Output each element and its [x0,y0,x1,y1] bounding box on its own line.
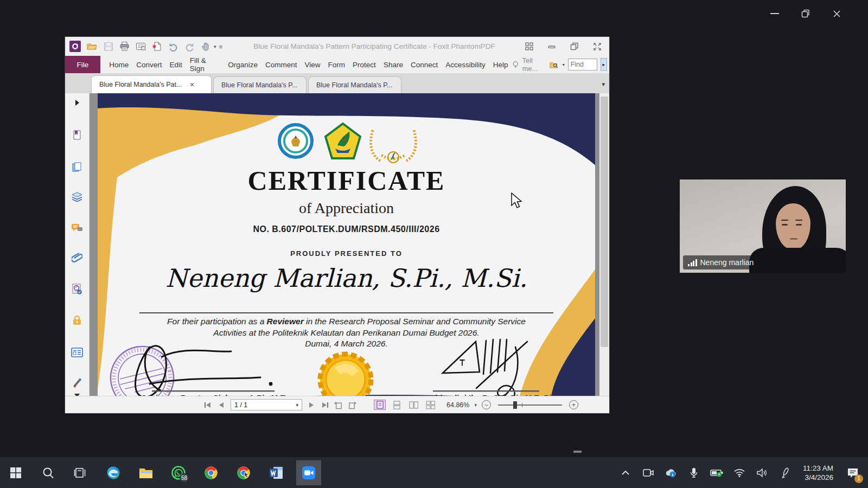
zoom-caret-icon[interactable]: ▾ [474,402,477,408]
create-pdf-icon[interactable] [152,41,162,52]
tab-document-2[interactable]: Blue Floral Mandala's P... [213,76,307,93]
find-next-button[interactable]: ▸ [601,58,607,71]
file-explorer-taskbar-icon[interactable] [133,460,158,485]
menu-comment[interactable]: Comment [261,61,301,69]
menu-edit[interactable]: Edit [166,61,186,69]
menu-share[interactable]: Share [380,61,407,69]
zoom-taskbar-icon[interactable] [296,460,321,485]
facial-feature [781,220,788,221]
expand-panel-icon[interactable] [71,97,83,108]
participant-video-tile[interactable]: Neneng marlian [680,179,846,273]
meet-now-camera-icon[interactable] [638,460,659,485]
save-icon[interactable] [103,41,113,52]
hidden-icons-chevron[interactable] [615,460,636,485]
chrome-2-taskbar-icon[interactable] [231,460,256,485]
certificate-page[interactable]: CERTIFICATE of Appreciation NO. B.607/PO… [98,93,595,396]
search-caret-icon[interactable]: ▾ [563,62,565,67]
zoom-out-button[interactable]: − [482,400,491,409]
zoom-slider-handle[interactable] [513,401,517,409]
chrome-taskbar-icon[interactable] [199,460,224,485]
foxit-fullscreen-icon[interactable] [593,42,602,51]
zoom-percent[interactable]: 64.86% [446,401,469,409]
tab-close-icon[interactable]: ✕ [189,81,194,88]
tab-document-1[interactable]: Blue Floral Mandala's Pat... ✕ [91,75,212,93]
system-tray: 11:23 AM 3/4/2026 1 [615,460,868,485]
tell-me-label[interactable]: Tell me... [522,56,546,73]
first-page-button[interactable] [203,401,212,409]
task-view-button[interactable] [67,460,92,485]
vertical-scrollbar[interactable] [599,93,609,396]
whatsapp-taskbar-icon[interactable]: 58 [166,460,191,485]
menu-home[interactable]: Home [105,61,132,69]
menu-accessibility[interactable]: Accessibility [442,61,489,69]
menu-connect[interactable]: Connect [407,61,442,69]
menu-fill-sign[interactable]: Fill & Sign [186,56,224,73]
menu-form[interactable]: Form [324,61,349,69]
ribbon-layout-icon[interactable] [525,42,533,50]
digital-signatures-panel-icon[interactable] [71,283,83,295]
menu-file[interactable]: File [65,56,100,73]
tab-document-3[interactable]: Blue Floral Mandala's P... [308,76,401,93]
search-button[interactable] [36,460,61,485]
page-number-box[interactable]: 1 / 1 ▾ [231,399,302,410]
pen-icon[interactable] [775,460,795,485]
continuous-view-button[interactable] [391,400,403,410]
microphone-icon[interactable] [684,460,704,485]
bookmarks-panel-icon[interactable] [71,129,83,141]
rotate-left-button[interactable] [334,401,343,409]
facing-view-button[interactable] [407,400,419,410]
redo-icon[interactable] [184,41,195,52]
action-center-button[interactable]: 1 [841,460,865,485]
menu-help[interactable]: Help [489,61,512,69]
layers-panel-icon[interactable] [71,191,83,203]
onedrive-icon[interactable] [661,460,681,485]
previous-page-button[interactable] [217,401,226,409]
wifi-icon[interactable] [729,460,750,485]
scrollbar-thumb[interactable] [601,97,608,347]
security-panel-icon[interactable] [71,314,83,326]
open-folder-icon[interactable] [87,41,97,52]
comments-panel-icon[interactable] [71,222,83,234]
single-page-view-button[interactable] [374,400,386,410]
menu-convert[interactable]: Convert [132,61,165,69]
foxit-app-icon[interactable] [69,41,81,52]
form-fields-panel-icon[interactable] [71,346,83,358]
undo-icon[interactable] [168,41,178,52]
last-page-button[interactable] [321,401,329,409]
minimize-button[interactable] [767,8,782,20]
facial-feature [796,224,802,226]
print-icon[interactable] [119,41,130,52]
hand-tool-icon[interactable] [201,41,211,52]
page-box-caret-icon[interactable]: ▾ [296,402,298,408]
collapse-panel-icon[interactable] [71,389,83,396]
menu-view[interactable]: View [301,61,324,69]
foxit-minimize-icon[interactable] [547,43,556,50]
continuous-facing-view-button[interactable] [424,400,436,410]
email-icon[interactable] [136,41,146,52]
battery-charging-icon[interactable] [706,460,727,485]
foxit-restore-icon[interactable] [570,42,579,51]
restore-button[interactable] [798,8,813,20]
rotate-right-button[interactable] [348,401,356,409]
edge-taskbar-icon[interactable] [101,460,126,485]
zoom-slider-tick [522,403,522,407]
menu-protect[interactable]: Protect [349,61,380,69]
find-input[interactable] [568,59,597,70]
zoom-in-button[interactable]: + [569,400,578,409]
volume-icon[interactable] [752,460,773,485]
body-role: Reviewer [267,317,304,326]
attachments-panel-icon[interactable] [71,252,83,264]
hand-tool-caret-icon[interactable]: ▾ [214,44,216,49]
search-folder-icon[interactable] [550,60,559,69]
tab-list-caret-icon[interactable]: ▾ [602,81,609,88]
close-button[interactable] [829,8,844,20]
word-taskbar-icon[interactable] [264,460,289,485]
start-button[interactable] [3,460,28,485]
zoom-slider[interactable] [498,404,562,406]
next-page-button[interactable] [307,401,316,409]
customize-toolbar-icon[interactable]: ≡ [219,43,222,50]
menu-organize[interactable]: Organize [224,61,261,69]
pages-panel-icon[interactable] [71,161,83,173]
quick-tools-icon[interactable] [71,376,83,388]
taskbar-clock[interactable]: 11:23 AM 3/4/2026 [797,464,839,482]
